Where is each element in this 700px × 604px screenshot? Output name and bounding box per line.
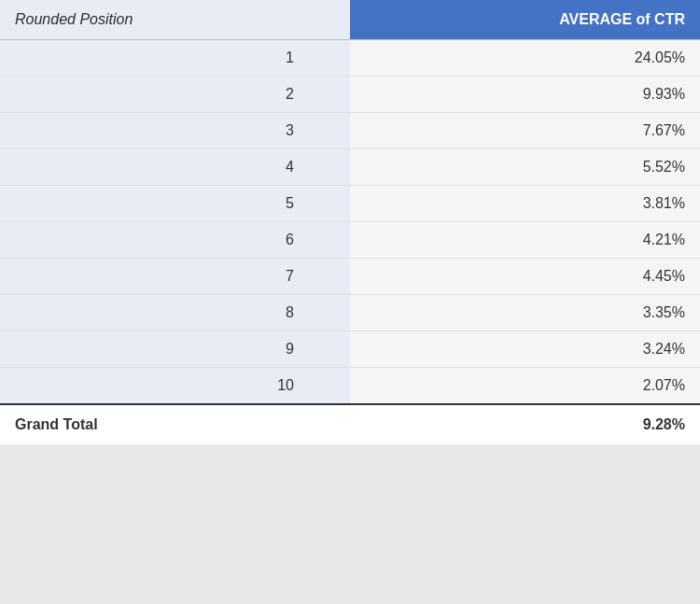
cell-position: 1 <box>0 40 350 77</box>
pivot-table: Rounded Position AVERAGE of CTR 124.05%2… <box>0 0 700 444</box>
cell-ctr: 7.67% <box>350 113 700 149</box>
cell-position: 2 <box>0 77 350 113</box>
table-row: 102.07% <box>0 368 700 405</box>
cell-position: 8 <box>0 295 350 331</box>
cell-ctr: 4.21% <box>350 222 700 259</box>
cell-ctr: 3.24% <box>350 331 700 368</box>
cell-position: 3 <box>0 113 350 149</box>
cell-ctr: 5.52% <box>350 149 700 186</box>
grand-total-value: 9.28% <box>350 404 700 444</box>
table-row: 53.81% <box>0 186 700 222</box>
table-row: 93.24% <box>0 331 700 368</box>
cell-ctr: 9.93% <box>350 77 700 113</box>
cell-ctr: 2.07% <box>350 368 700 405</box>
cell-position: 7 <box>0 259 350 295</box>
cell-ctr: 4.45% <box>350 259 700 295</box>
table-row: 45.52% <box>0 149 700 186</box>
cell-position: 5 <box>0 186 350 222</box>
table-row: 74.45% <box>0 259 700 295</box>
cell-ctr: 3.81% <box>350 186 700 222</box>
cell-position: 6 <box>0 222 350 259</box>
cell-position: 10 <box>0 368 350 405</box>
table-row: 37.67% <box>0 113 700 149</box>
cell-ctr: 24.05% <box>350 40 700 77</box>
cell-position: 9 <box>0 331 350 368</box>
table-row: 64.21% <box>0 222 700 259</box>
cell-ctr: 3.35% <box>350 295 700 331</box>
table-row: 29.93% <box>0 77 700 113</box>
table-row: 124.05% <box>0 40 700 77</box>
grand-total-label: Grand Total <box>0 404 350 444</box>
column-header-ctr: AVERAGE of CTR <box>350 0 700 40</box>
table-row: 83.35% <box>0 295 700 331</box>
cell-position: 4 <box>0 149 350 186</box>
column-header-position: Rounded Position <box>0 0 350 40</box>
